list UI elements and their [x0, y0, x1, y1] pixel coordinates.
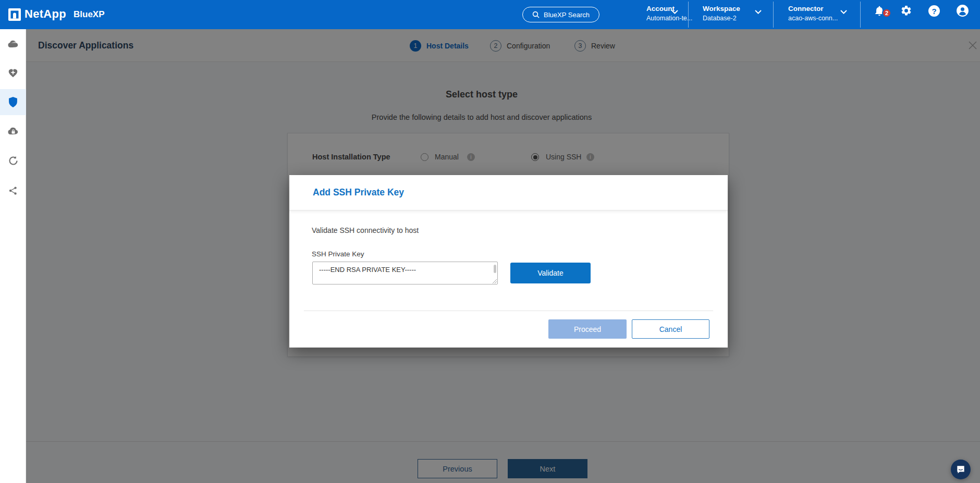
workspace-value: Database-2 [703, 15, 740, 22]
modal-title: Add SSH Private Key [313, 187, 404, 198]
account-menu[interactable]: Account Automation-te... [646, 5, 692, 22]
workspace-label: Workspace [703, 5, 740, 13]
account-label: Account [646, 5, 692, 13]
connector-menu[interactable]: Connector acao-aws-conn... [788, 5, 838, 22]
workspace-menu[interactable]: Workspace Database-2 [703, 5, 740, 22]
header-divider [688, 2, 689, 28]
bluexp-search[interactable]: BlueXP Search [522, 7, 599, 22]
health-add-icon[interactable] [0, 60, 26, 86]
netapp-logo-icon [8, 8, 21, 23]
modal-header: Add SSH Private Key [289, 175, 728, 210]
connector-value: acao-aws-conn... [788, 15, 838, 22]
left-nav-sidebar [0, 29, 26, 483]
header-divider [860, 2, 861, 28]
notification-count-badge: 2 [882, 8, 891, 18]
chat-launcher-icon[interactable] [951, 460, 971, 479]
chevron-down-icon [840, 7, 847, 16]
user-avatar-icon[interactable] [956, 4, 969, 19]
search-label: BlueXP Search [544, 11, 590, 19]
help-icon[interactable]: ? [928, 5, 940, 17]
chevron-down-icon [755, 7, 762, 16]
modal-description: Validate SSH connectivity to host [312, 226, 419, 234]
brand-name: NetApp [24, 7, 66, 21]
cancel-button[interactable]: Cancel [632, 319, 709, 339]
share-nodes-icon[interactable] [0, 178, 26, 204]
search-icon [532, 11, 540, 18]
help-glyph: ? [928, 5, 940, 17]
product-name: BlueXP [74, 9, 105, 20]
chevron-down-icon [671, 7, 678, 16]
cloud-lock-icon[interactable] [0, 118, 26, 144]
app-header: NetApp BlueXP BlueXP Search Account Auto… [0, 0, 980, 29]
ssh-private-key-input[interactable]: -----END RSA PRIVATE KEY----- [312, 262, 498, 284]
connector-label: Connector [788, 5, 838, 13]
sync-icon[interactable] [0, 147, 26, 174]
ssh-private-key-label: SSH Private Key [312, 250, 364, 258]
modal-divider [304, 311, 713, 311]
bluexp-app: NetApp BlueXP BlueXP Search Account Auto… [0, 0, 980, 483]
settings-gear-icon[interactable] [900, 5, 912, 18]
add-ssh-key-modal: Add SSH Private Key Validate SSH connect… [289, 175, 728, 348]
account-value: Automation-te... [646, 15, 692, 22]
cloud-storage-icon[interactable] [0, 31, 26, 57]
proceed-button[interactable]: Proceed [548, 319, 627, 339]
protection-shield-icon[interactable] [0, 89, 26, 115]
header-divider [773, 2, 774, 28]
validate-button[interactable]: Validate [510, 263, 591, 283]
